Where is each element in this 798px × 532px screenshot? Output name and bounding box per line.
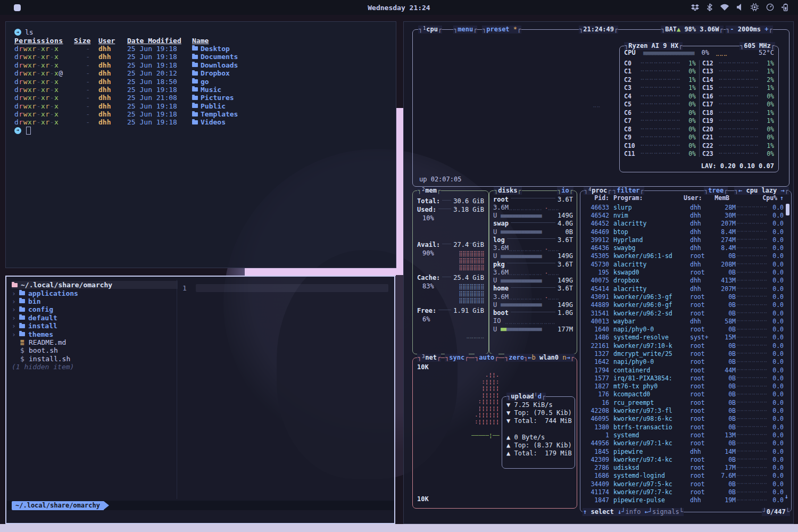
file-entry-bin[interactable]: ›bin — [12, 297, 178, 305]
mem-line: Total:30.6 GiB — [417, 197, 484, 205]
cpu-core-C3: C3⠒⠒⠒⠒⠒⠒⠒⠒⠒⠒⠒⠒⠒1% — [624, 84, 696, 93]
tree-button[interactable]: ┐tree┌ — [704, 187, 728, 195]
ls-row: drwxr-xr-x-dhh25 Jun 19:18Desktop — [14, 45, 390, 53]
process-row[interactable]: 22161kworker/u97:10-kroot0B⠒⠒⠒⠒⠒⠒⠒⠒0.0 — [585, 342, 784, 350]
process-row[interactable]: 44956kworker/u97:1-kcroot0B⠒⠒⠒⠒⠒⠒⠒⠒0.0 — [585, 439, 784, 447]
process-row[interactable]: 1827mt76-tx phy0root0B⠒⠒⠒⠒⠒⠒⠒⠒0.0 — [585, 383, 784, 390]
prompt-line-2[interactable]: ➜ — [14, 127, 390, 135]
ls-row: drwxr-xr-x-dhh25 Jun 19:18Videos — [14, 118, 390, 126]
chip-icon[interactable] — [751, 3, 759, 11]
scroll-down-indicator[interactable]: ↓ — [785, 493, 788, 500]
entry-name: Downloads — [201, 61, 238, 69]
process-row[interactable]: 44889kworker/u96:0-gfroot0B⠒⠒⠒⠒⠒⠒⠒⠒0.0 — [585, 301, 784, 309]
process-scrollbar[interactable] — [786, 204, 789, 215]
filter-button[interactable]: ┐filter┌ — [612, 187, 644, 195]
permissions: drwxr-xr-x — [14, 86, 74, 94]
folder-icon — [19, 324, 25, 328]
process-row[interactable]: 46095kworker/u98:6-kcroot0B⠒⠒⠒⠒⠒⠒⠒⠒0.0 — [585, 415, 784, 423]
update-interval-control[interactable]: ┐- 2000ms +┌ — [726, 26, 773, 34]
process-row[interactable]: 1327dmcrypt_write/25root0B⠒⠒⠒⠒⠒⠒⠒⠒0.0 — [585, 350, 784, 358]
file-entry-README.md[interactable]: ≣README.md — [12, 338, 178, 346]
net-sync-button[interactable]: ┐sync┌ — [445, 354, 469, 362]
process-row[interactable]: 1845pipewiredhh14M⠒⠒⠒⠒⠒⠒⠒⠒0.0 — [585, 447, 784, 455]
process-row[interactable]: 40013waybardhh58M⠒⠒⠒⠒⠒⠒⠒⠒0.0 — [585, 317, 784, 325]
process-key-hints[interactable]: ↑ select ↓┘info ←┘signals└ — [583, 508, 684, 516]
process-row[interactable]: 43091kworker/u96:3-gfroot0B⠒⠒⠒⠒⠒⠒⠒⠒0.0 — [585, 293, 784, 301]
process-row[interactable]: 1640napi/phy0-0root0B⠒⠒⠒⠒⠒⠒⠒⠒0.0 — [585, 325, 784, 333]
file-entry-default[interactable]: ›default — [12, 314, 178, 322]
process-row[interactable]: 176kcompactd0root0B⠒⠒⠒⠒⠒⠒⠒⠒0.0 — [585, 390, 784, 398]
file-entry-install[interactable]: ›install — [12, 322, 178, 330]
process-row[interactable]: 2786udisksdroot17M⠒⠒⠒⠒⠒⠒⠒⠒0.0 — [585, 464, 784, 472]
ls-row: drwxr-xr-x-dhh25 Jun 19:18Templates — [14, 110, 390, 118]
process-row[interactable]: 1686systemd-logindroot7.6M⠒⠒⠒⠒⠒⠒⠒⠒0.0 — [585, 472, 784, 480]
volume-icon[interactable] — [736, 4, 743, 11]
process-row[interactable]: 34409kworker/u97:5-kcroot0B⠒⠒⠒⠒⠒⠒⠒⠒0.0 — [585, 480, 784, 488]
file-entry-boot.sh[interactable]: $boot.sh — [12, 346, 178, 354]
cpu-core-panel: ┐Ryzen AI 9 HX┌ ┐605 MHz┌ CPU ■■■■■■■■■■… — [619, 46, 779, 172]
process-row[interactable]: 46542nvimdhh30M⠒⠒⠒⠒⠒⠒⠒⠒0.0 — [585, 211, 784, 219]
cwd-entry[interactable]: ~/.local/share/omarchy — [12, 281, 178, 289]
cpu-core-C15: C15⠒⠒⠒⠒⠒⠒⠒⠒⠒⠒⠒⠒⠒1% — [702, 84, 774, 93]
process-row[interactable]: 46633slurpdhh28M⠒⠒⠒⠒⠒⠒⠒⠒0.0 — [585, 203, 784, 211]
permissions: drwxr-xr-x — [14, 78, 74, 86]
process-row[interactable]: 46436swaybgdhh8.4M⠒⠒⠒⠒⠒⠒⠒⠒0.0 — [585, 244, 784, 252]
script-icon: $ — [19, 355, 26, 363]
process-row[interactable]: 31541kworker/u96:2-sdroot0B⠒⠒⠒⠒⠒⠒⠒⠒0.0 — [585, 309, 784, 317]
file-entry-applications[interactable]: ›applications — [12, 289, 178, 297]
permissions: drwxr-xr-x — [14, 110, 74, 118]
menu-button[interactable]: ┐menu┌ — [453, 26, 477, 34]
breadcrumb[interactable]: ~/.local/share/omarchy — [12, 501, 104, 510]
process-row[interactable]: 39912Hyprlanddhh274M⠒⠒⠒⠒⠒⠒⠒⠒0.0 — [585, 236, 784, 244]
scroll-up-indicator[interactable]: ↑ — [777, 194, 784, 202]
folder-icon — [192, 79, 198, 84]
process-row[interactable]: 1577irq/81-PIXA3854:root0B⠒⠒⠒⠒⠒⠒⠒⠒0.0 — [585, 374, 784, 382]
net-auto-button[interactable]: ┐auto┌ — [475, 354, 498, 362]
markdown-icon: ≣ — [19, 338, 26, 346]
process-row[interactable]: 1380btrfs-transactioroot0B⠒⠒⠒⠒⠒⠒⠒⠒0.0 — [585, 423, 784, 431]
cpu-core-C2: C2⠒⠒⠒⠒⠒⠒⠒⠒⠒⠒⠒⠒⠒1% — [624, 76, 696, 84]
preview-line-number: 1 — [182, 284, 187, 292]
proc-box-title: ┐4proc┌ — [584, 187, 612, 195]
entry-name: Desktop — [201, 45, 230, 53]
preset-button[interactable]: ┐preset *┌ — [482, 26, 521, 34]
process-row[interactable]: 41174kworker/u97:7-kcroot0B⠒⠒⠒⠒⠒⠒⠒⠒0.0 — [585, 488, 784, 496]
gauge-icon[interactable] — [766, 3, 774, 11]
wifi-icon[interactable] — [720, 4, 729, 11]
net-download-graph: .¦¦. :¦¦¦: ¦¦¦¦¦ ¦¦¦¦¦ :¦¦¦¦¦ ¦¦¦¦¦¦.¦¦¦… — [475, 372, 499, 425]
process-row[interactable]: 42309kworker/u97:4-kcroot0B⠒⠒⠒⠒⠒⠒⠒⠒0.0 — [585, 455, 784, 463]
dropbox-icon[interactable] — [691, 4, 699, 11]
process-row[interactable]: 42208kworker/u97:3-flroot0B⠒⠒⠒⠒⠒⠒⠒⠒0.0 — [585, 406, 784, 414]
process-row[interactable]: 1642napi/phy0-0root0B⠒⠒⠒⠒⠒⠒⠒⠒0.0 — [585, 358, 784, 366]
file-manager-window[interactable]: ~/.local/share/omarchy ›applications›bin… — [5, 276, 395, 524]
bluetooth-icon[interactable] — [706, 3, 713, 11]
process-row[interactable]: 16rcu_preemptroot0B⠒⠒⠒⠒⠒⠒⠒⠒0.0 — [585, 398, 784, 406]
process-row[interactable]: 1486systemd-resolvesyst+15M⠒⠒⠒⠒⠒⠒⠒⠒0.0 — [585, 334, 784, 342]
ls-row: drwxr-xr-x-dhh25 Jun 19:18Documents — [14, 53, 390, 61]
file-entry-themes[interactable]: ›themes — [12, 330, 178, 338]
process-row[interactable]: 1systemdroot13M⠒⠒⠒⠒⠒⠒⠒⠒0.0 — [585, 431, 784, 439]
col-name: Name — [192, 37, 209, 45]
file-entry-config[interactable]: ›config — [12, 305, 178, 313]
net-interface-switcher[interactable]: ┐←b wlan0 n→┌ — [523, 354, 575, 362]
prompt-arrow-icon: ➜ — [14, 127, 21, 134]
col-permissions: Permissions — [14, 37, 74, 45]
sort-selector[interactable]: ┐← cpu lazy →┌ — [734, 187, 789, 195]
process-row[interactable]: 40075dropboxdhh413M⠒⠒⠒⠒⠒⠒⠒⠒0.0 — [585, 277, 784, 285]
wallpaper-strip — [396, 108, 404, 275]
process-row[interactable]: 46469btopdhh8.4M⠒⠒⠒⠒⠒⠒⠒⠒0.0 — [585, 228, 784, 236]
process-row[interactable]: 46452alacrittydhh207M⠒⠒⠒⠒⠒⠒⠒⠒0.0 — [585, 220, 784, 228]
io-mode-button[interactable]: ┐io┌ — [557, 187, 573, 195]
terminal-window[interactable]: ➜ ls Permissions Size User Date Modified… — [5, 21, 396, 268]
process-row[interactable]: 1794containerdroot44M⠒⠒⠒⠒⠒⠒⠒⠒0.0 — [585, 366, 784, 374]
battery-icon[interactable] — [782, 3, 788, 11]
process-row[interactable]: 1847pipewire-pulsedhh19M⠒⠒⠒⠒⠒⠒⠒⠒0.0 — [585, 496, 784, 504]
process-row[interactable]: 45730alacrittydhh208M⠒⠒⠒⠒⠒⠒⠒⠒0.0 — [585, 260, 784, 268]
btop-window[interactable]: ┐1cpu┌ ┐menu┌ ┐preset *┌ ┐21:24:49┌ ┐BAT… — [403, 21, 794, 524]
folder-icon — [192, 112, 198, 117]
process-row[interactable]: 195kswapd0root0B⠒⠒⠒⠒⠒⠒⠒⠒0.0 — [585, 268, 784, 276]
process-row[interactable]: 45305kworker/u96:1-sdroot0B⠒⠒⠒⠒⠒⠒⠒⠒0.0 — [585, 252, 784, 260]
file-entry-install.sh[interactable]: $install.sh — [12, 355, 178, 363]
process-row[interactable]: 45414alacrittydhh207M⠒⠒⠒⠒⠒⠒⠒⠒0.0 — [585, 285, 784, 293]
mem-line: 10% — [417, 214, 484, 222]
